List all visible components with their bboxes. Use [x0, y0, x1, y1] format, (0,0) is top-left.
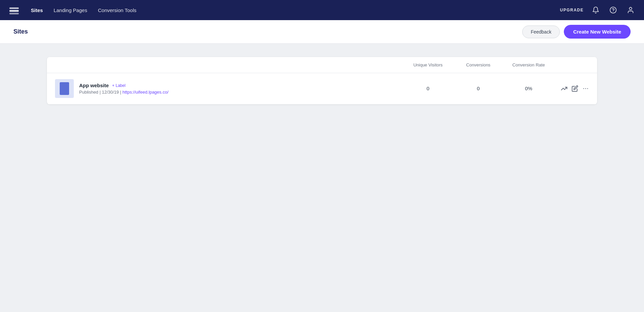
- more-options-icon: [582, 85, 589, 92]
- sites-table: Unique Visitors Conversions Conversion R…: [47, 57, 597, 104]
- site-thumbnail: [55, 79, 74, 98]
- row-actions: [555, 85, 589, 92]
- main-content: Unique Visitors Conversions Conversion R…: [0, 44, 644, 118]
- page-title: Sites: [13, 28, 28, 35]
- site-name: App website: [79, 83, 109, 88]
- analytics-icon: [561, 85, 568, 92]
- conversion-rate-header: Conversion Rate: [502, 62, 555, 67]
- meta-separator-1: |: [100, 90, 102, 95]
- notifications-button[interactable]: [590, 5, 601, 15]
- svg-point-5: [629, 7, 632, 10]
- help-button[interactable]: [608, 5, 619, 15]
- top-navigation: Sites Landing Pages Conversion Tools Upg…: [0, 0, 644, 20]
- logo[interactable]: [8, 4, 20, 16]
- site-date: 12/30/19: [102, 90, 119, 95]
- thumbnail-graphic: [60, 82, 69, 95]
- svg-point-6: [583, 88, 584, 89]
- table-column-headers: Unique Visitors Conversions Conversion R…: [401, 62, 589, 67]
- svg-point-8: [587, 88, 588, 89]
- edit-button[interactable]: [572, 85, 578, 92]
- site-name-row: App website + Label: [79, 83, 401, 88]
- analytics-button[interactable]: [561, 85, 568, 92]
- create-new-website-button[interactable]: Create New Website: [564, 25, 631, 39]
- svg-rect-1: [9, 7, 19, 9]
- table-header: Unique Visitors Conversions Conversion R…: [47, 57, 597, 73]
- edit-icon: [572, 85, 578, 92]
- site-url[interactable]: https://uifeed.lpages.co/: [122, 90, 168, 95]
- meta-separator-2: |: [120, 90, 122, 95]
- upgrade-button[interactable]: Upgrade: [560, 8, 584, 12]
- site-status: Published: [79, 90, 98, 95]
- nav-right: Upgrade: [560, 5, 636, 15]
- conversions-header: Conversions: [455, 62, 502, 67]
- conversions-value: 0: [455, 86, 502, 92]
- nav-landing-pages[interactable]: Landing Pages: [54, 7, 87, 13]
- add-label-button[interactable]: + Label: [112, 83, 125, 88]
- unique-visitors-header: Unique Visitors: [401, 62, 455, 67]
- nav-left: Sites Landing Pages Conversion Tools: [8, 4, 137, 16]
- bell-icon: [592, 6, 599, 14]
- user-icon: [627, 6, 634, 14]
- svg-rect-2: [9, 13, 19, 14]
- site-info: App website + Label Published | 12/30/19…: [79, 83, 401, 95]
- nav-conversion-tools[interactable]: Conversion Tools: [98, 7, 137, 13]
- feedback-button[interactable]: Feedback: [522, 25, 559, 38]
- site-stats: 0 0 0%: [401, 85, 589, 92]
- site-meta: Published | 12/30/19 | https://uifeed.lp…: [79, 90, 401, 95]
- header-actions: Feedback Create New Website: [522, 25, 631, 39]
- question-icon: [609, 6, 617, 14]
- conversion-rate-value: 0%: [502, 86, 555, 92]
- user-menu-button[interactable]: [625, 5, 636, 15]
- more-options-button[interactable]: [582, 85, 589, 92]
- svg-rect-0: [9, 10, 19, 12]
- svg-point-7: [585, 88, 586, 89]
- page-header: Sites Feedback Create New Website: [0, 20, 644, 44]
- table-row: App website + Label Published | 12/30/19…: [47, 73, 597, 104]
- nav-sites[interactable]: Sites: [31, 7, 43, 13]
- unique-visitors-value: 0: [401, 86, 455, 92]
